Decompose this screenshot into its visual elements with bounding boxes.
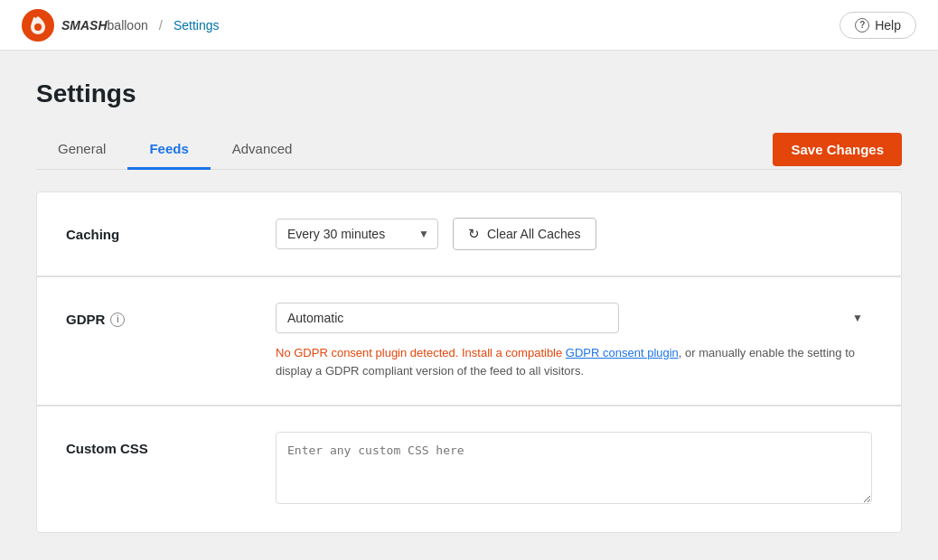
brand-name: SMASHballoon (61, 18, 148, 33)
topbar-left: SMASHballoon / Settings (22, 9, 219, 42)
settings-sections: Caching Every 30 minutes Every hour Ever… (36, 191, 902, 533)
custom-css-textarea[interactable] (276, 432, 872, 504)
custom-css-section: Custom CSS (36, 406, 902, 533)
caching-frequency-select[interactable]: Every 30 minutes Every hour Every 2 hour… (276, 219, 438, 249)
tabs-left: General Feeds Advanced (36, 130, 773, 169)
caching-section: Caching Every 30 minutes Every hour Ever… (36, 191, 902, 276)
breadcrumb-separator: / (159, 17, 163, 33)
page-title: Settings (36, 79, 902, 108)
gdpr-message: No GDPR consent plugin detected. Install… (276, 344, 872, 379)
caching-content: Every 30 minutes Every hour Every 2 hour… (276, 218, 872, 250)
help-button[interactable]: ? Help (840, 12, 916, 39)
breadcrumb-settings: Settings (174, 18, 220, 33)
custom-css-label: Custom CSS (66, 432, 247, 456)
gdpr-plugin-link[interactable]: GDPR consent plugin (566, 346, 679, 359)
clear-caches-label: Clear All Caches (487, 227, 581, 241)
gdpr-section: GDPR i Automatic Enabled Disabled ▼ No G… (36, 276, 902, 406)
caching-label: Caching (66, 218, 247, 242)
gdpr-mode-select[interactable]: Automatic Enabled Disabled (276, 303, 619, 333)
tab-feeds[interactable]: Feeds (127, 130, 210, 170)
tab-advanced[interactable]: Advanced (211, 130, 314, 170)
tabs-container: General Feeds Advanced Save Changes (36, 130, 902, 170)
gdpr-label: GDPR i (66, 303, 247, 327)
gdpr-warning-text: No GDPR consent plugin detected. Install… (276, 346, 566, 359)
gdpr-select-arrow-icon: ▼ (852, 312, 863, 324)
help-label: Help (875, 18, 901, 33)
custom-css-content (276, 432, 872, 507)
main-content: Settings General Feeds Advanced Save Cha… (0, 51, 938, 560)
save-changes-button[interactable]: Save Changes (773, 133, 902, 166)
help-circle-icon: ? (855, 18, 869, 33)
topbar: SMASHballoon / Settings ? Help (0, 0, 938, 51)
refresh-icon: ↻ (468, 226, 480, 242)
tab-general[interactable]: General (36, 130, 127, 170)
gdpr-select-wrapper: Automatic Enabled Disabled ▼ (276, 303, 872, 333)
smash-balloon-logo (22, 9, 54, 42)
gdpr-content: Automatic Enabled Disabled ▼ No GDPR con… (276, 303, 872, 379)
clear-all-caches-button[interactable]: ↻ Clear All Caches (453, 218, 596, 250)
gdpr-info-icon[interactable]: i (110, 313, 125, 327)
svg-point-1 (34, 23, 42, 31)
caching-select-wrapper: Every 30 minutes Every hour Every 2 hour… (276, 219, 438, 249)
